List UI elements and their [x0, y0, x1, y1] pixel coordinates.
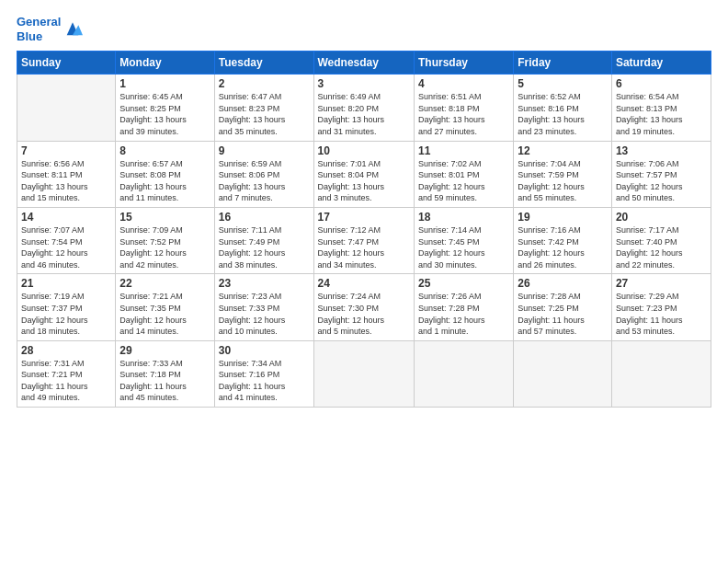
day-info: Sunrise: 6:45 AM Sunset: 8:25 PM Dayligh… [119, 91, 210, 137]
day-cell: 29Sunrise: 7:33 AM Sunset: 7:18 PM Dayli… [116, 340, 214, 407]
day-number: 4 [418, 77, 509, 90]
day-number: 1 [119, 77, 210, 90]
week-row-1: 1Sunrise: 6:45 AM Sunset: 8:25 PM Daylig… [17, 75, 711, 141]
day-cell: 26Sunrise: 7:28 AM Sunset: 7:25 PM Dayli… [514, 274, 612, 340]
day-number: 3 [318, 77, 410, 90]
day-number: 7 [21, 144, 111, 157]
day-info: Sunrise: 7:07 AM Sunset: 7:54 PM Dayligh… [21, 224, 111, 270]
day-number: 25 [418, 277, 509, 290]
day-cell: 13Sunrise: 7:06 AM Sunset: 7:57 PM Dayli… [611, 141, 711, 207]
day-info: Sunrise: 7:28 AM Sunset: 7:25 PM Dayligh… [518, 291, 608, 337]
day-number: 27 [616, 277, 707, 290]
day-cell: 8Sunrise: 6:57 AM Sunset: 8:08 PM Daylig… [116, 141, 214, 207]
day-number: 15 [119, 211, 210, 224]
day-number: 10 [318, 144, 410, 157]
day-info: Sunrise: 7:02 AM Sunset: 8:01 PM Dayligh… [418, 158, 509, 204]
week-row-5: 28Sunrise: 7:31 AM Sunset: 7:21 PM Dayli… [17, 340, 711, 407]
day-number: 12 [518, 144, 608, 157]
week-row-3: 14Sunrise: 7:07 AM Sunset: 7:54 PM Dayli… [17, 207, 711, 273]
day-info: Sunrise: 6:56 AM Sunset: 8:11 PM Dayligh… [21, 158, 111, 204]
day-info: Sunrise: 7:16 AM Sunset: 7:42 PM Dayligh… [518, 224, 608, 270]
col-header-thursday: Thursday [414, 52, 513, 75]
day-number: 9 [219, 144, 310, 157]
day-info: Sunrise: 7:17 AM Sunset: 7:40 PM Dayligh… [616, 224, 707, 270]
logo-icon [63, 19, 83, 40]
day-number: 19 [518, 211, 608, 224]
day-cell: 3Sunrise: 6:49 AM Sunset: 8:20 PM Daylig… [313, 75, 414, 141]
col-header-wednesday: Wednesday [313, 52, 414, 75]
day-cell: 20Sunrise: 7:17 AM Sunset: 7:40 PM Dayli… [611, 207, 711, 273]
day-cell: 2Sunrise: 6:47 AM Sunset: 8:23 PM Daylig… [214, 75, 313, 141]
day-number: 23 [219, 277, 310, 290]
day-cell: 24Sunrise: 7:24 AM Sunset: 7:30 PM Dayli… [313, 274, 414, 340]
week-row-4: 21Sunrise: 7:19 AM Sunset: 7:37 PM Dayli… [17, 274, 711, 340]
col-header-sunday: Sunday [17, 52, 116, 75]
calendar-header-row: SundayMondayTuesdayWednesdayThursdayFrid… [17, 52, 711, 75]
day-info: Sunrise: 6:51 AM Sunset: 8:18 PM Dayligh… [418, 91, 509, 137]
day-cell: 5Sunrise: 6:52 AM Sunset: 8:16 PM Daylig… [514, 75, 612, 141]
week-row-2: 7Sunrise: 6:56 AM Sunset: 8:11 PM Daylig… [17, 141, 711, 207]
day-cell: 25Sunrise: 7:26 AM Sunset: 7:28 PM Dayli… [414, 274, 513, 340]
day-cell: 30Sunrise: 7:34 AM Sunset: 7:16 PM Dayli… [214, 340, 313, 407]
day-number: 28 [21, 344, 111, 357]
day-info: Sunrise: 7:19 AM Sunset: 7:37 PM Dayligh… [21, 291, 111, 337]
day-cell: 18Sunrise: 7:14 AM Sunset: 7:45 PM Dayli… [414, 207, 513, 273]
day-number: 17 [318, 211, 410, 224]
day-cell: 14Sunrise: 7:07 AM Sunset: 7:54 PM Dayli… [17, 207, 116, 273]
day-cell: 15Sunrise: 7:09 AM Sunset: 7:52 PM Dayli… [116, 207, 214, 273]
day-cell: 23Sunrise: 7:23 AM Sunset: 7:33 PM Dayli… [214, 274, 313, 340]
day-info: Sunrise: 7:04 AM Sunset: 7:59 PM Dayligh… [518, 158, 608, 204]
day-cell [313, 340, 414, 407]
day-info: Sunrise: 6:47 AM Sunset: 8:23 PM Dayligh… [219, 91, 310, 137]
logo: General Blue [17, 15, 83, 43]
day-cell: 4Sunrise: 6:51 AM Sunset: 8:18 PM Daylig… [414, 75, 513, 141]
day-number: 21 [21, 277, 111, 290]
header: General Blue [17, 15, 711, 43]
logo-text: General [17, 15, 61, 29]
day-number: 30 [219, 344, 310, 357]
day-number: 13 [616, 144, 707, 157]
col-header-friday: Friday [514, 52, 612, 75]
day-info: Sunrise: 6:59 AM Sunset: 8:06 PM Dayligh… [219, 158, 310, 204]
day-cell: 28Sunrise: 7:31 AM Sunset: 7:21 PM Dayli… [17, 340, 116, 407]
day-number: 24 [318, 277, 410, 290]
logo-text2: Blue [17, 29, 61, 44]
day-info: Sunrise: 7:31 AM Sunset: 7:21 PM Dayligh… [21, 358, 111, 404]
day-info: Sunrise: 7:12 AM Sunset: 7:47 PM Dayligh… [318, 224, 410, 270]
day-cell: 12Sunrise: 7:04 AM Sunset: 7:59 PM Dayli… [514, 141, 612, 207]
day-cell: 7Sunrise: 6:56 AM Sunset: 8:11 PM Daylig… [17, 141, 116, 207]
day-cell: 1Sunrise: 6:45 AM Sunset: 8:25 PM Daylig… [116, 75, 214, 141]
day-number: 14 [21, 211, 111, 224]
calendar: SundayMondayTuesdayWednesdayThursdayFrid… [17, 51, 711, 408]
day-number: 22 [119, 277, 210, 290]
day-cell [414, 340, 513, 407]
day-cell: 9Sunrise: 6:59 AM Sunset: 8:06 PM Daylig… [214, 141, 313, 207]
day-info: Sunrise: 7:26 AM Sunset: 7:28 PM Dayligh… [418, 291, 509, 337]
day-info: Sunrise: 7:29 AM Sunset: 7:23 PM Dayligh… [616, 291, 707, 337]
day-info: Sunrise: 6:57 AM Sunset: 8:08 PM Dayligh… [119, 158, 210, 204]
day-cell: 22Sunrise: 7:21 AM Sunset: 7:35 PM Dayli… [116, 274, 214, 340]
day-cell: 10Sunrise: 7:01 AM Sunset: 8:04 PM Dayli… [313, 141, 414, 207]
day-cell: 19Sunrise: 7:16 AM Sunset: 7:42 PM Dayli… [514, 207, 612, 273]
day-cell [17, 75, 116, 141]
day-cell: 11Sunrise: 7:02 AM Sunset: 8:01 PM Dayli… [414, 141, 513, 207]
day-cell: 27Sunrise: 7:29 AM Sunset: 7:23 PM Dayli… [611, 274, 711, 340]
day-info: Sunrise: 7:24 AM Sunset: 7:30 PM Dayligh… [318, 291, 410, 337]
day-number: 18 [418, 211, 509, 224]
col-header-monday: Monday [116, 52, 214, 75]
day-number: 16 [219, 211, 310, 224]
day-info: Sunrise: 7:33 AM Sunset: 7:18 PM Dayligh… [119, 358, 210, 404]
day-cell: 17Sunrise: 7:12 AM Sunset: 7:47 PM Dayli… [313, 207, 414, 273]
day-cell [514, 340, 612, 407]
col-header-saturday: Saturday [611, 52, 711, 75]
day-info: Sunrise: 6:52 AM Sunset: 8:16 PM Dayligh… [518, 91, 608, 137]
day-cell: 21Sunrise: 7:19 AM Sunset: 7:37 PM Dayli… [17, 274, 116, 340]
day-number: 26 [518, 277, 608, 290]
day-info: Sunrise: 7:09 AM Sunset: 7:52 PM Dayligh… [119, 224, 210, 270]
day-info: Sunrise: 7:14 AM Sunset: 7:45 PM Dayligh… [418, 224, 509, 270]
day-info: Sunrise: 7:34 AM Sunset: 7:16 PM Dayligh… [219, 358, 310, 404]
day-cell: 16Sunrise: 7:11 AM Sunset: 7:49 PM Dayli… [214, 207, 313, 273]
day-number: 2 [219, 77, 310, 90]
page: General Blue SundayMondayTuesdayWednesda… [0, 0, 728, 563]
day-cell: 6Sunrise: 6:54 AM Sunset: 8:13 PM Daylig… [611, 75, 711, 141]
